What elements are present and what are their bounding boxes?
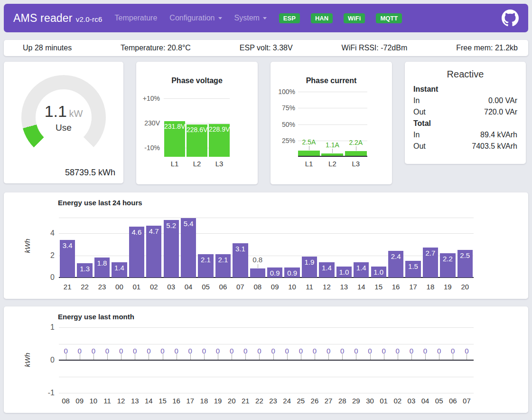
bar <box>345 151 367 156</box>
bar-label: 0.9 <box>267 269 282 277</box>
bar-label: 231.8V <box>164 123 185 130</box>
energy-24h-card: Energy use last 24 hours kWh 0243.4211.3… <box>4 192 528 299</box>
x-tick-label: 00 <box>112 283 127 291</box>
mqtt-status-badge: MQTT <box>376 13 402 23</box>
leader-line <box>149 354 149 360</box>
status-free-mem: Free mem: 21.2kb <box>456 44 518 52</box>
x-tick-label: 12 <box>319 283 334 291</box>
reactive-instant-header: Instant <box>413 84 517 95</box>
bar-label: 1.5 <box>405 262 420 270</box>
total-energy-counter: 58739.5 kWh <box>65 168 115 178</box>
bar-label: 2.2 <box>440 255 455 263</box>
leader-line <box>93 354 94 360</box>
reactive-total-header: Total <box>413 118 517 129</box>
x-tick-label: 14 <box>354 283 369 291</box>
status-badges: ESP HAN WiFi MQTT <box>279 13 413 23</box>
wifi-status-badge: WiFi <box>344 13 365 23</box>
app-brand[interactable]: AMS readerv2.0-rc6 <box>13 12 103 25</box>
x-tick-label: 11 <box>302 283 317 291</box>
esp-status-badge: ESP <box>279 13 300 23</box>
bar-label: 1.1A <box>321 141 343 149</box>
power-gauge: 1.1 kW Use <box>21 75 106 160</box>
x-tick-label: 15 <box>371 283 386 291</box>
gauge-value-line: 1.1 kW <box>45 102 83 121</box>
x-tick-label: 06 <box>215 283 231 291</box>
leader-line <box>356 354 356 360</box>
leader-line <box>177 354 177 360</box>
bar-label: 2.5A <box>298 138 320 146</box>
leader-line <box>315 354 315 360</box>
nav-item-configuration[interactable]: Configuration <box>169 14 222 22</box>
leader-line <box>163 354 163 360</box>
bar-label: 2.4 <box>388 252 403 260</box>
bar-label: 4.7 <box>146 227 161 235</box>
x-tick-label: 04 <box>181 283 196 291</box>
x-tick-label: 07 <box>233 283 248 291</box>
gauge-center: 1.1 kW Use <box>36 89 92 145</box>
leader-line <box>309 146 309 150</box>
bar-label: 2.1 <box>215 256 231 264</box>
gridline <box>59 233 474 234</box>
gridline <box>298 92 367 92</box>
navbar: AMS readerv2.0-rc6 Temperature Configura… <box>4 4 528 32</box>
reactive-row: Out720.0 VAr <box>413 106 517 118</box>
x-tick-label: 01 <box>129 283 144 291</box>
leader-line <box>121 354 121 360</box>
reactive-body: Instant In0.00 VAr Out720.0 VAr Total In… <box>405 80 526 152</box>
x-tick-label: L3 <box>209 160 230 168</box>
leader-line <box>204 354 205 360</box>
energy-month-card: Energy use last month kWh 10-10080090100… <box>4 306 528 413</box>
phase-current-plot: 100%75%50%25%2.5AL11.1AL22.2AL3 <box>271 62 392 184</box>
bar-label: 1.3 <box>77 265 92 273</box>
leader-line <box>107 354 108 360</box>
bar-label: 1.4 <box>354 264 369 272</box>
status-bar: Up 28 minutes Temperature: 20.8°C ESP vo… <box>4 40 528 56</box>
x-tick-label: 03 <box>164 283 179 291</box>
bar <box>250 268 265 277</box>
bar-label: 1.9 <box>302 258 317 266</box>
github-octocat-icon[interactable] <box>502 10 519 27</box>
leader-line <box>342 354 343 360</box>
bar-label: 3.1 <box>233 245 248 253</box>
leader-line <box>245 354 246 360</box>
gauge-label: Use <box>56 123 72 133</box>
leader-line <box>135 354 135 360</box>
leader-line <box>332 149 333 153</box>
leader-line <box>287 354 288 360</box>
x-tick-label: 17 <box>405 283 420 291</box>
leader-line <box>301 354 301 360</box>
y-tick-label: -10% <box>136 144 160 152</box>
leader-line <box>398 354 398 360</box>
nav-item-temperature[interactable]: Temperature <box>115 14 158 22</box>
row-label: Out <box>413 106 426 118</box>
gridline <box>298 124 367 125</box>
leader-line <box>259 354 260 360</box>
x-tick-label: 21 <box>60 283 75 291</box>
y-tick-label: 2 <box>38 251 55 260</box>
reactive-row: In0.00 VAr <box>413 95 517 106</box>
baseline <box>298 156 367 157</box>
x-tick-label: 05 <box>198 283 213 291</box>
leader-line <box>411 354 412 360</box>
bar <box>321 153 343 156</box>
energy-month-plot: 10-1008009010011012013014015016017018019… <box>4 306 528 413</box>
gauge-unit: kW <box>69 108 83 119</box>
bar <box>298 151 320 156</box>
bar-label: 2.7 <box>423 249 438 257</box>
bar-label: 1.8 <box>94 259 110 267</box>
status-wifi-rssi: WiFi RSSI: -72dBm <box>342 44 408 52</box>
bar-label: 1.0 <box>336 268 352 276</box>
x-tick-label: 20 <box>457 283 473 291</box>
bar-label: 2.5 <box>457 251 473 259</box>
bar-label: 4.6 <box>129 228 144 236</box>
nav-item-system[interactable]: System <box>234 14 267 22</box>
x-tick-label: 07 <box>459 397 475 405</box>
x-tick-label: 02 <box>146 283 161 291</box>
bar-label: 5.2 <box>164 221 179 229</box>
phase-voltage-plot: +10%230V-10%231.8VL1228.6VL2228.9VL3 <box>136 62 258 184</box>
bar-label: 5.4 <box>181 220 196 228</box>
reactive-card: Reactive Instant In0.00 VAr Out720.0 VAr… <box>405 62 526 164</box>
reactive-title: Reactive <box>405 69 526 80</box>
leader-line <box>439 354 439 360</box>
leader-line <box>356 146 356 151</box>
